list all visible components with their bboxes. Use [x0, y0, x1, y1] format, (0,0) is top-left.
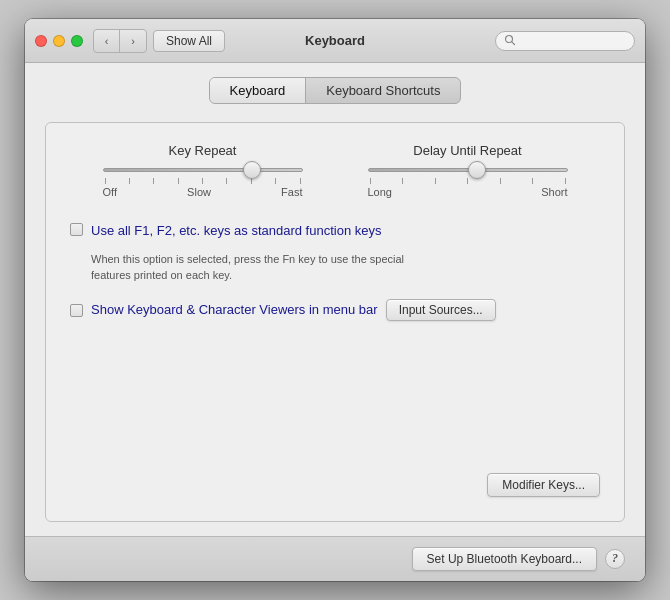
- character-viewer-label: Show Keyboard & Character Viewers in men…: [91, 301, 378, 319]
- function-keys-label: Use all F1, F2, etc. keys as standard fu…: [91, 223, 381, 238]
- sliders-row: Key Repeat Off Slow Fa: [70, 143, 600, 198]
- modifier-keys-button[interactable]: Modifier Keys...: [487, 473, 600, 497]
- minimize-button[interactable]: [53, 35, 65, 47]
- nav-buttons: ‹ ›: [93, 29, 147, 53]
- input-sources-button[interactable]: Input Sources...: [386, 299, 496, 321]
- tab-keyboard[interactable]: Keyboard: [210, 78, 307, 103]
- tab-keyboard-shortcuts[interactable]: Keyboard Shortcuts: [306, 78, 460, 103]
- delay-repeat-long-label: Long: [368, 186, 392, 198]
- bluetooth-keyboard-button[interactable]: Set Up Bluetooth Keyboard...: [412, 547, 597, 571]
- function-keys-checkbox[interactable]: [70, 223, 83, 236]
- traffic-lights: [35, 35, 83, 47]
- help-button[interactable]: ?: [605, 549, 625, 569]
- function-keys-text: Use all F1, F2, etc. keys as standard fu…: [91, 222, 381, 240]
- key-repeat-group: Key Repeat Off Slow Fa: [70, 143, 335, 198]
- tab-bar: Keyboard Keyboard Shortcuts: [45, 77, 625, 104]
- svg-line-1: [512, 41, 515, 44]
- search-icon: [504, 34, 516, 48]
- key-repeat-track[interactable]: Off Slow Fast: [103, 168, 303, 198]
- maximize-button[interactable]: [71, 35, 83, 47]
- delay-repeat-ticks: [368, 176, 568, 184]
- character-viewer-row: Show Keyboard & Character Viewers in men…: [70, 299, 600, 321]
- function-keys-row: Use all F1, F2, etc. keys as standard fu…: [70, 222, 600, 240]
- key-repeat-ticks: [103, 176, 303, 184]
- delay-repeat-track[interactable]: Long Short: [368, 168, 568, 198]
- delay-repeat-short-label: Short: [541, 186, 567, 198]
- search-input[interactable]: [520, 34, 626, 48]
- titlebar: ‹ › Show All Keyboard: [25, 19, 645, 63]
- settings-panel: Key Repeat Off Slow Fa: [45, 122, 625, 522]
- key-repeat-axis-labels: Off Slow Fast: [103, 186, 303, 198]
- key-repeat-thumb[interactable]: [243, 161, 261, 179]
- close-button[interactable]: [35, 35, 47, 47]
- delay-repeat-axis-labels: Long Short: [368, 186, 568, 198]
- key-repeat-slow-label: Slow: [187, 186, 211, 198]
- key-repeat-off-label: Off: [103, 186, 117, 198]
- show-all-button[interactable]: Show All: [153, 30, 225, 52]
- content-area: Keyboard Keyboard Shortcuts Key Repeat: [25, 63, 645, 536]
- tab-group: Keyboard Keyboard Shortcuts: [209, 77, 462, 104]
- character-viewer-checkbox[interactable]: [70, 304, 83, 317]
- key-repeat-label: Key Repeat: [169, 143, 237, 158]
- delay-repeat-group: Delay Until Repeat Long Short: [335, 143, 600, 198]
- key-repeat-slider-track: [103, 168, 303, 172]
- delay-repeat-thumb[interactable]: [468, 161, 486, 179]
- delay-repeat-slider-track: [368, 168, 568, 172]
- bottom-bar: Set Up Bluetooth Keyboard... ?: [25, 536, 645, 581]
- main-window: ‹ › Show All Keyboard Keyboard Keyboard …: [25, 19, 645, 581]
- back-button[interactable]: ‹: [94, 30, 120, 52]
- function-keys-sublabel: When this option is selected, press the …: [91, 252, 600, 283]
- delay-repeat-label: Delay Until Repeat: [413, 143, 521, 158]
- key-repeat-fast-label: Fast: [281, 186, 302, 198]
- window-title: Keyboard: [305, 33, 365, 48]
- search-box: [495, 31, 635, 51]
- forward-button[interactable]: ›: [120, 30, 146, 52]
